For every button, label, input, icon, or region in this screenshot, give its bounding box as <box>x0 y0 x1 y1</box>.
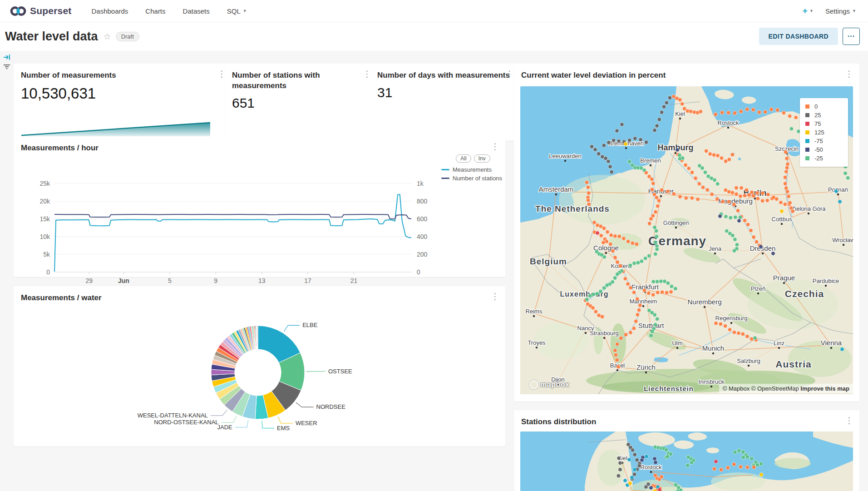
hour-line-chart[interactable]: 05k10k15k20k25k02004006008001k29Jun59131… <box>18 157 429 287</box>
station-dot <box>786 162 790 166</box>
nav-item-datasets[interactable]: Datasets <box>183 7 210 15</box>
station-dot <box>647 254 651 258</box>
nav-item-dashboards[interactable]: Dashboards <box>91 7 128 15</box>
station-dot <box>628 263 632 268</box>
stations-map[interactable]: KielRostock <box>520 431 853 491</box>
station-dot <box>733 450 737 454</box>
station-dot <box>720 111 724 115</box>
station-dot <box>620 123 624 127</box>
station-dot <box>750 456 754 461</box>
station-dot <box>690 170 694 174</box>
station-dot <box>622 237 626 241</box>
station-dot <box>783 182 787 186</box>
station-dot <box>749 228 753 233</box>
legend-toggle-inv[interactable]: Inv <box>474 154 490 163</box>
navbar: Superset Dashboards Charts Datasets SQL▼… <box>0 0 868 22</box>
superset-logo[interactable]: Superset <box>10 5 71 17</box>
kebab-menu-icon[interactable]: ⋮ <box>843 68 855 79</box>
station-dot <box>660 110 664 114</box>
series-line <box>54 194 411 272</box>
svg-text:21: 21 <box>350 277 358 284</box>
improve-map-link[interactable]: Improve this map <box>800 385 849 392</box>
station-dot <box>651 280 656 284</box>
nav-item-charts[interactable]: Charts <box>145 7 165 15</box>
settings-menu[interactable]: Settings▼ <box>825 7 856 15</box>
station-dot <box>651 182 656 186</box>
new-item-button[interactable]: +▼ <box>803 6 814 16</box>
station-dot <box>794 115 798 119</box>
map-legend-item[interactable]: -50 <box>805 145 843 154</box>
country-label: Czechia <box>785 288 824 299</box>
map-legend-item[interactable]: 0 <box>805 102 843 111</box>
svg-text:29: 29 <box>85 277 93 284</box>
legend-item[interactable]: Number of stations <box>441 175 505 182</box>
station-dot <box>611 249 615 253</box>
station-dot <box>614 353 618 357</box>
station-dot <box>775 108 779 112</box>
kpi-card-stations: Number of stations with measurements ⋮ 6… <box>225 64 377 141</box>
station-dot <box>724 215 728 219</box>
station-dot <box>757 110 761 114</box>
station-dot <box>760 199 764 203</box>
station-dot <box>759 462 763 466</box>
station-dot <box>653 225 657 229</box>
chevron-down-icon: ▼ <box>852 9 856 13</box>
mapbox-logo[interactable]: mapbox <box>529 380 569 389</box>
donut-slice[interactable] <box>257 326 258 349</box>
station-dot <box>608 165 612 169</box>
dashboard-more-button[interactable]: ··· <box>843 28 860 45</box>
city-label: Vienna <box>821 339 842 347</box>
nav-item-sql[interactable]: SQL▼ <box>227 7 247 15</box>
station-dot <box>741 456 745 460</box>
map-legend-item[interactable]: -25 <box>805 154 843 163</box>
station-dot <box>623 479 627 483</box>
station-dot <box>726 466 730 470</box>
station-dot <box>615 358 619 362</box>
favorite-star-icon[interactable]: ☆ <box>104 31 111 42</box>
kebab-menu-icon[interactable]: ⋮ <box>489 141 501 152</box>
station-dot <box>647 291 651 295</box>
navbar-right: +▼ Settings▼ <box>803 6 856 16</box>
station-dot <box>725 229 729 233</box>
station-dot <box>637 464 641 468</box>
map-legend-item[interactable]: 25 <box>805 111 843 119</box>
station-dot <box>654 461 658 465</box>
station-dot <box>610 170 614 174</box>
filter-rail <box>0 51 14 491</box>
expand-filter-bar-icon[interactable] <box>3 54 11 61</box>
station-dot <box>669 452 673 456</box>
station-dot <box>720 156 724 160</box>
station-dot <box>772 195 776 199</box>
donut-label: JADE <box>217 424 233 431</box>
legend-item[interactable]: Measurements <box>441 166 505 173</box>
map-canvas[interactable]: KielRostock <box>520 431 853 491</box>
edit-dashboard-button[interactable]: EDIT DASHBOARD <box>759 28 838 45</box>
station-dot <box>741 332 745 336</box>
station-dot <box>745 466 750 470</box>
station-dot <box>846 176 850 180</box>
station-dot <box>649 217 653 221</box>
station-dot <box>668 96 672 100</box>
station-dot <box>684 163 688 167</box>
station-dot <box>624 142 628 146</box>
station-dot <box>784 170 789 174</box>
water-chart-card: Measurements / water ⋮ ELBEOSTSEENORDSEE… <box>14 286 505 446</box>
station-dot <box>712 467 716 471</box>
station-dot <box>656 204 660 208</box>
station-dot <box>602 286 606 290</box>
station-dot <box>653 240 657 244</box>
map-legend-item[interactable]: 75 <box>805 119 843 128</box>
station-dot <box>745 334 750 338</box>
station-dot <box>666 455 670 459</box>
kebab-menu-icon[interactable]: ⋮ <box>843 415 855 426</box>
station-dot <box>737 219 741 223</box>
map-legend-item[interactable]: -75 <box>805 137 843 145</box>
water-donut-chart[interactable]: ELBEOSTSEENORDSEEWESEREMSJADENORD-OSTSEE… <box>14 286 505 446</box>
station-dot <box>618 264 622 268</box>
map-legend-item[interactable]: 125 <box>805 128 843 137</box>
station-dot <box>735 243 739 247</box>
filter-icon[interactable] <box>3 64 11 70</box>
legend-toggle-all[interactable]: All <box>456 154 471 163</box>
station-dot <box>638 303 642 307</box>
station-dot <box>708 152 712 156</box>
